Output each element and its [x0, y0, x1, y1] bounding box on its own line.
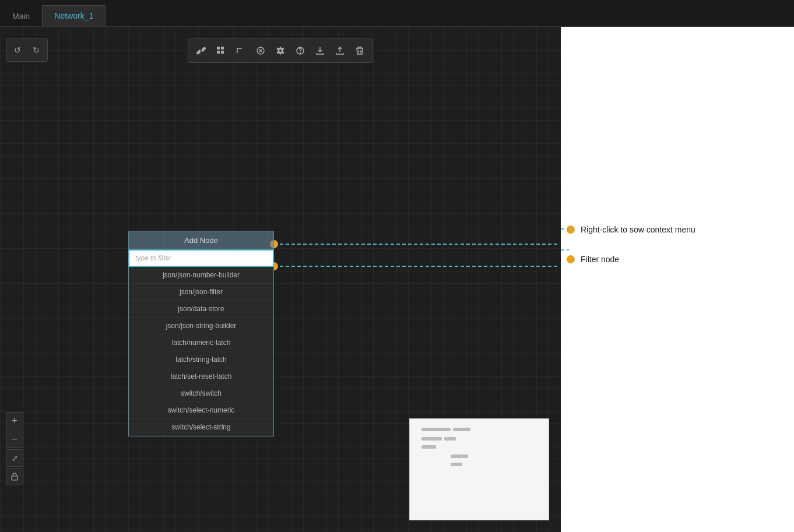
annotations-container: Right-click to sow context menu Filter n… — [561, 225, 794, 264]
canvas-area[interactable]: ↺ ↻ — [0, 27, 561, 532]
zoom-in-button[interactable]: + — [6, 412, 23, 429]
close-button[interactable] — [251, 41, 270, 60]
redo-button[interactable]: ↻ — [27, 41, 45, 59]
mini-map-content — [410, 419, 549, 520]
add-node-search-input[interactable] — [128, 249, 274, 267]
corner-button[interactable] — [231, 41, 250, 60]
list-item[interactable]: latch/set-reset-latch — [129, 368, 273, 385]
add-node-panel: Add Node json/json-number-builder json/j… — [128, 231, 274, 436]
undo-redo-toolbar: ↺ ↻ — [6, 38, 48, 62]
right-panel: Right-click to sow context menu Filter n… — [561, 27, 794, 532]
tab-bar: Main Network_1 — [0, 0, 794, 27]
annotation-filternode: Filter node — [561, 255, 794, 264]
undo-button[interactable]: ↺ — [9, 41, 26, 59]
svg-rect-13 — [12, 476, 17, 480]
settings-button[interactable] — [271, 41, 290, 60]
list-item[interactable]: switch/select-string — [129, 419, 273, 436]
canvas-toolbar — [188, 38, 373, 63]
fit-button[interactable]: ⤢ — [6, 449, 23, 467]
add-node-list: json/json-number-builder json/json-filte… — [128, 267, 274, 436]
annotation-rightclick: Right-click to sow context menu — [561, 225, 794, 234]
zoom-out-button[interactable]: − — [6, 431, 23, 448]
help-button[interactable] — [291, 41, 310, 60]
tab-network1[interactable]: Network_1 — [42, 5, 106, 26]
main-layout: ↺ ↻ — [0, 27, 794, 532]
svg-rect-2 — [217, 51, 220, 54]
lock-button[interactable] — [6, 468, 23, 485]
list-item[interactable]: switch/switch — [129, 385, 273, 402]
svg-rect-1 — [221, 47, 224, 50]
annotation-filternode-text: Filter node — [581, 255, 619, 264]
right-panel-annotation-lines — [561, 27, 794, 532]
upload-button[interactable] — [331, 41, 349, 60]
zoom-controls: + − ⤢ — [6, 412, 23, 485]
svg-rect-3 — [221, 51, 224, 54]
list-item[interactable]: latch/string-latch — [129, 351, 273, 368]
tab-main[interactable]: Main — [0, 5, 42, 26]
add-node-title: Add Node — [128, 231, 274, 249]
list-item[interactable]: switch/select-numeric — [129, 402, 273, 419]
list-item[interactable]: json/json-filter — [129, 284, 273, 301]
list-item[interactable]: latch/numeric-latch — [129, 334, 273, 351]
annotation-rightclick-text: Right-click to sow context menu — [581, 225, 695, 234]
trash-button[interactable] — [350, 41, 369, 60]
dot-rightclick — [567, 226, 575, 234]
list-item[interactable]: json/json-string-builder — [129, 318, 273, 334]
download-button[interactable] — [311, 41, 329, 60]
svg-rect-0 — [217, 47, 220, 50]
link-button[interactable] — [192, 41, 210, 60]
list-item[interactable]: json/data-store — [129, 301, 273, 318]
list-item[interactable]: json/json-number-builder — [129, 267, 273, 284]
svg-point-8 — [300, 53, 301, 54]
dot-filternode — [567, 255, 575, 263]
grid-button[interactable] — [212, 41, 230, 60]
mini-map[interactable] — [409, 418, 549, 520]
